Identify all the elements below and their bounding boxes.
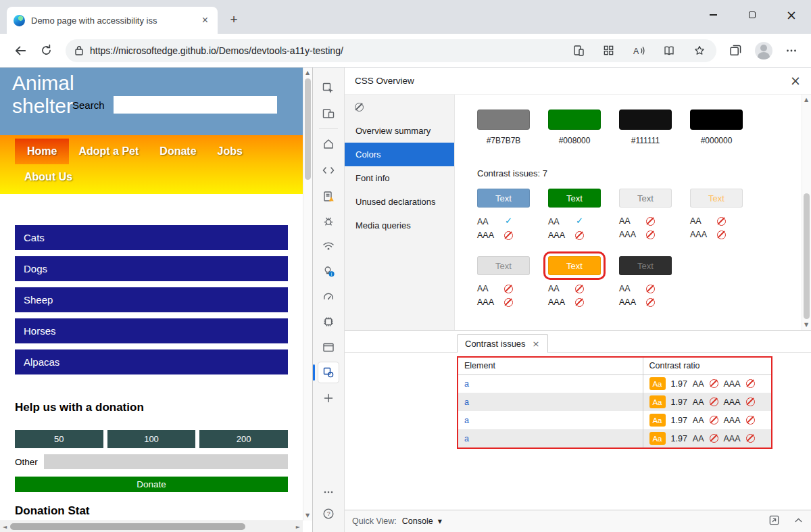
inspect-icon[interactable] [318, 78, 339, 99]
immersive-reader-icon[interactable] [663, 45, 675, 57]
css-overview-icon[interactable] [318, 362, 339, 383]
browser-tab[interactable]: Demo page with accessibility iss × [7, 7, 218, 34]
sidebar-item-colors[interactable]: Colors [345, 143, 454, 166]
application-icon[interactable] [318, 337, 339, 358]
color-swatch[interactable] [477, 110, 530, 130]
device-emulation-icon[interactable] [318, 103, 339, 124]
animal-button-dogs[interactable]: Dogs [15, 256, 288, 281]
tab-contrast-issues[interactable]: Contrast issues × [457, 334, 548, 353]
animal-button-sheep[interactable]: Sheep [15, 287, 288, 312]
color-swatch[interactable] [690, 110, 743, 130]
performance-icon[interactable] [318, 286, 339, 306]
sidebar-item-unused-declarations[interactable]: Unused declarations [345, 190, 454, 214]
devtools-vertical-scrollbar[interactable]: ▲ ▼ [802, 95, 811, 330]
issues-icon[interactable] [318, 187, 339, 207]
contrast-sample-swatch[interactable]: Text [477, 189, 530, 208]
nav-item-home[interactable]: Home [15, 139, 69, 164]
device-icon[interactable] [572, 45, 585, 57]
element-link[interactable]: a [464, 379, 469, 389]
memory-icon[interactable] [318, 312, 339, 332]
minimize-button[interactable] [693, 0, 733, 30]
amount-button-200[interactable]: 200 [199, 430, 288, 448]
devtools: i [312, 68, 811, 532]
color-swatch[interactable] [548, 110, 601, 130]
contrast-sample-swatch[interactable]: Text [477, 256, 530, 275]
back-icon[interactable] [14, 44, 27, 57]
add-favorites-icon[interactable] [693, 45, 706, 57]
table-row[interactable]: a Aa 1.97 AA AAA [458, 393, 771, 411]
animal-button-alpacas[interactable]: Alpacas [15, 349, 288, 374]
vscroll-thumb[interactable] [804, 193, 810, 319]
welcome-icon[interactable] [318, 134, 339, 154]
contrast-sample-swatch[interactable]: Text [548, 189, 601, 208]
donate-button[interactable]: Donate [15, 477, 288, 492]
column-header-contrast-ratio[interactable]: Contrast ratio [643, 358, 771, 374]
nav-item-adopt[interactable]: Adopt a Pet [69, 139, 150, 164]
help-icon[interactable]: ? [318, 504, 339, 524]
nav-item-about[interactable]: About Us [15, 164, 84, 190]
vscroll-thumb[interactable] [305, 78, 311, 180]
animal-button-cats[interactable]: Cats [15, 225, 288, 250]
contrast-sample-swatch[interactable]: Text [619, 189, 672, 208]
element-link[interactable]: a [464, 434, 469, 443]
collections-icon[interactable] [729, 44, 742, 57]
other-amount-input[interactable] [44, 454, 288, 469]
more-tools-icon[interactable] [318, 482, 339, 502]
scroll-right-icon[interactable]: ► [296, 524, 300, 530]
debugger-icon[interactable] [318, 211, 339, 231]
column-header-element[interactable]: Element [458, 358, 643, 374]
element-link[interactable]: a [464, 397, 469, 407]
table-row[interactable]: a Aa 1.97 AA AAA [458, 411, 771, 429]
color-swatch[interactable] [619, 110, 672, 130]
hints-icon[interactable]: i [318, 261, 339, 281]
close-button[interactable]: × [772, 0, 811, 30]
nav-item-jobs[interactable]: Jobs [208, 139, 254, 164]
clear-overview-icon[interactable] [355, 103, 364, 112]
table-row[interactable]: a Aa 1.97 AA AAA [458, 429, 771, 448]
sidebar-item-media-queries[interactable]: Media queries [345, 214, 454, 237]
animal-button-horses[interactable]: Horses [15, 318, 288, 343]
aaa-label: AAA [477, 231, 504, 240]
open-panel-icon[interactable] [768, 514, 780, 528]
address-bar[interactable]: https://microsoftedge.github.io/Demos/de… [66, 39, 716, 62]
scroll-down-icon[interactable]: ▼ [804, 322, 808, 328]
profile-avatar[interactable] [755, 42, 772, 59]
contrast-sample-swatch[interactable]: Text [690, 189, 743, 208]
contrast-issues-drawer: Contrast issues × Element Contrast ratio [345, 330, 811, 510]
aaa-label: AAA [619, 230, 646, 239]
scroll-up-icon[interactable]: ▲ [804, 97, 808, 103]
search-input[interactable] [114, 96, 277, 114]
nav-item-donate[interactable]: Donate [150, 139, 207, 164]
svg-text:A: A [633, 46, 639, 55]
add-tools-icon[interactable] [318, 388, 339, 408]
page-horizontal-scrollbar[interactable]: ◄ ► [0, 521, 303, 532]
apps-grid-icon[interactable] [603, 45, 614, 56]
hscroll-thumb[interactable] [10, 523, 245, 530]
devtools-close-icon[interactable]: × [790, 74, 801, 87]
element-link[interactable]: a [464, 416, 469, 425]
refresh-icon[interactable] [40, 44, 53, 57]
chevron-up-icon[interactable] [793, 515, 804, 527]
more-menu-icon[interactable] [785, 45, 797, 57]
quick-view-console-dropdown[interactable]: Console ▼ [402, 516, 442, 526]
contrast-sample-swatch[interactable]: Text [548, 256, 601, 275]
tab-close-icon[interactable]: × [199, 14, 211, 26]
contrast-sample-swatch[interactable]: Text [619, 256, 672, 275]
drawer-tab-close-icon[interactable]: × [533, 339, 540, 349]
amount-button-100[interactable]: 100 [107, 430, 196, 448]
new-tab-button[interactable]: + [226, 12, 242, 27]
scroll-down-icon[interactable]: ▼ [305, 512, 310, 518]
scroll-up-icon[interactable]: ▲ [305, 70, 310, 76]
table-row[interactable]: a Aa 1.97 AA AAA [458, 374, 771, 393]
lock-icon[interactable] [75, 45, 83, 55]
svg-text:i: i [331, 272, 332, 276]
maximize-button[interactable] [733, 0, 772, 30]
scroll-left-icon[interactable]: ◄ [3, 524, 7, 530]
network-icon[interactable] [318, 236, 339, 256]
read-aloud-icon[interactable]: A [633, 45, 645, 57]
amount-button-50[interactable]: 50 [15, 430, 103, 448]
page-vertical-scrollbar[interactable]: ▲ ▼ [303, 68, 312, 521]
sidebar-item-overview-summary[interactable]: Overview summary [345, 119, 454, 143]
sidebar-item-font-info[interactable]: Font info [345, 166, 454, 190]
elements-icon[interactable] [318, 160, 339, 180]
